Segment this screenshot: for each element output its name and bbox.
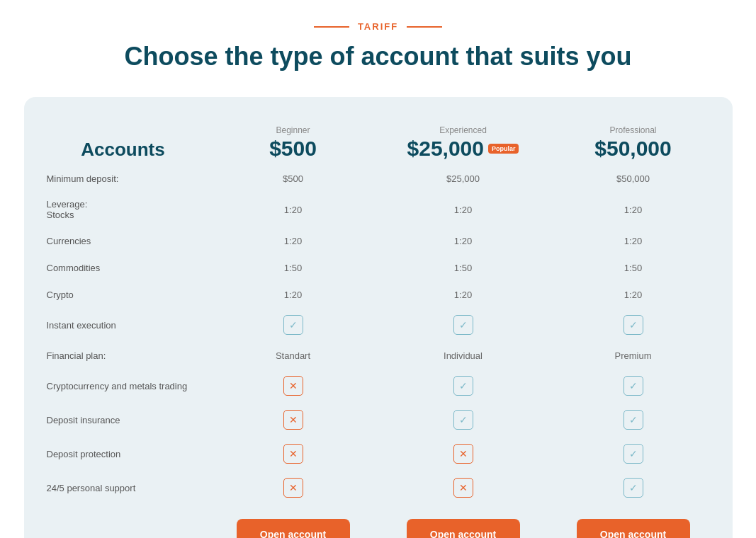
- cell-value-2-0: 1:20: [284, 236, 302, 246]
- table-row: 24/5 personal support✕✕✓: [38, 471, 718, 505]
- cell-10-2: ✓: [548, 471, 718, 505]
- pricing-table-wrapper: Accounts Beginner$500Experienced$25,000P…: [24, 97, 733, 538]
- cell-value-0-1: $25,000: [446, 173, 480, 184]
- cell-8-2: ✓: [548, 403, 718, 437]
- cross-icon: ✕: [453, 478, 473, 498]
- cell-value-3-1: 1:50: [454, 263, 472, 273]
- cell-4-2: 1:20: [548, 281, 718, 308]
- cross-icon: ✕: [453, 444, 473, 464]
- table-row: Minimum deposit:$500$25,000$50,000: [38, 165, 718, 192]
- cell-value-3-0: 1:50: [284, 263, 302, 273]
- row-label-4: Crypto: [38, 281, 208, 308]
- row-label-8: Deposit insurance: [38, 403, 208, 437]
- row-label-10: 24/5 personal support: [38, 471, 208, 505]
- row-label-1: Leverage:Stocks: [38, 192, 208, 227]
- tier-header-2: Professional$50,000: [548, 118, 718, 165]
- cell-0-1: $25,000: [378, 165, 548, 192]
- table-row: Crypto1:201:201:20: [38, 281, 718, 308]
- tariff-line-right: [407, 26, 442, 28]
- cell-value-2-2: 1:20: [624, 236, 642, 246]
- cell-0-2: $50,000: [548, 165, 718, 192]
- cross-icon: ✕: [283, 376, 303, 396]
- check-icon: ✓: [624, 478, 643, 498]
- popular-badge: Popular: [488, 144, 519, 154]
- cell-7-2: ✓: [548, 369, 718, 403]
- table-row: Deposit protection✕✕✓: [38, 437, 718, 471]
- cell-value-6-1: Individual: [444, 350, 483, 361]
- cell-value-4-2: 1:20: [624, 290, 642, 300]
- tariff-text: TARIFF: [358, 21, 398, 32]
- check-icon: ✓: [283, 315, 303, 335]
- row-label-7: Cryptocurrency and metals trading: [38, 369, 208, 403]
- cell-8-1: ✓: [378, 403, 548, 437]
- tariff-line-left: [314, 26, 349, 28]
- cell-9-0: ✕: [208, 437, 378, 471]
- cell-value-0-0: $500: [283, 173, 303, 184]
- cell-3-0: 1:50: [208, 254, 378, 281]
- btn-cell-2: Open account: [548, 505, 718, 538]
- cell-5-1: ✓: [378, 308, 548, 342]
- cell-1-2: 1:20: [548, 192, 718, 227]
- btn-cell-0: Open account: [208, 505, 378, 538]
- cell-9-1: ✕: [378, 437, 548, 471]
- row-label-3: Commodities: [38, 254, 208, 281]
- page-title: Choose the type of account that suits yo…: [124, 42, 631, 71]
- tier-label-0: Beginner: [276, 125, 310, 137]
- cross-icon: ✕: [283, 410, 303, 430]
- cell-value-6-2: Premium: [614, 350, 651, 361]
- open-account-button-1[interactable]: Open account: [407, 519, 520, 538]
- tier-header-1: Experienced$25,000Popular: [378, 118, 548, 165]
- cell-1-0: 1:20: [208, 192, 378, 227]
- check-icon: ✓: [624, 315, 643, 335]
- check-icon: ✓: [453, 315, 473, 335]
- cell-value-1-1: 1:20: [454, 205, 472, 215]
- open-account-button-2[interactable]: Open account: [577, 519, 690, 538]
- table-row: Deposit insurance✕✓✓: [38, 403, 718, 437]
- pricing-table: Accounts Beginner$500Experienced$25,000P…: [38, 118, 718, 538]
- button-row: Open accountOpen accountOpen account: [38, 505, 718, 538]
- tier-price-2: $50,000: [594, 137, 671, 161]
- check-icon: ✓: [624, 410, 643, 430]
- open-account-button-0[interactable]: Open account: [237, 519, 350, 538]
- table-row: Leverage:Stocks1:201:201:20: [38, 192, 718, 227]
- btn-cell-1: Open account: [378, 505, 548, 538]
- cell-value-4-1: 1:20: [454, 290, 472, 300]
- btn-row-empty: [38, 505, 208, 538]
- check-icon: ✓: [453, 376, 473, 396]
- accounts-header: Accounts: [38, 118, 208, 165]
- row-label-0: Minimum deposit:: [38, 165, 208, 192]
- tier-label-2: Professional: [609, 125, 656, 137]
- tier-header-0: Beginner$500: [208, 118, 378, 165]
- cell-value-1-2: 1:20: [624, 205, 642, 215]
- cell-value-0-2: $50,000: [616, 173, 650, 184]
- table-row: Instant execution✓✓✓: [38, 308, 718, 342]
- tier-label-1: Experienced: [439, 125, 487, 137]
- cell-7-1: ✓: [378, 369, 548, 403]
- cell-8-0: ✕: [208, 403, 378, 437]
- table-row: Currencies1:201:201:20: [38, 227, 718, 254]
- cell-6-2: Premium: [548, 342, 718, 369]
- table-row: Cryptocurrency and metals trading✕✓✓: [38, 369, 718, 403]
- check-icon: ✓: [624, 444, 643, 464]
- table-row: Commodities1:501:501:50: [38, 254, 718, 281]
- cell-2-2: 1:20: [548, 227, 718, 254]
- cell-6-0: Standart: [208, 342, 378, 369]
- row-label-2: Currencies: [38, 227, 208, 254]
- cell-9-2: ✓: [548, 437, 718, 471]
- row-label-9: Deposit protection: [38, 437, 208, 471]
- cell-6-1: Individual: [378, 342, 548, 369]
- cross-icon: ✕: [283, 444, 303, 464]
- check-icon: ✓: [453, 410, 473, 430]
- cross-icon: ✕: [283, 478, 303, 498]
- cell-0-0: $500: [208, 165, 378, 192]
- cell-3-1: 1:50: [378, 254, 548, 281]
- check-icon: ✓: [624, 376, 643, 396]
- cell-4-0: 1:20: [208, 281, 378, 308]
- tier-price-0: $500: [269, 137, 317, 161]
- cell-value-2-1: 1:20: [454, 236, 472, 246]
- row-label-6: Financial plan:: [38, 342, 208, 369]
- cell-2-0: 1:20: [208, 227, 378, 254]
- cell-value-3-2: 1:50: [624, 263, 642, 273]
- cell-5-2: ✓: [548, 308, 718, 342]
- cell-4-1: 1:20: [378, 281, 548, 308]
